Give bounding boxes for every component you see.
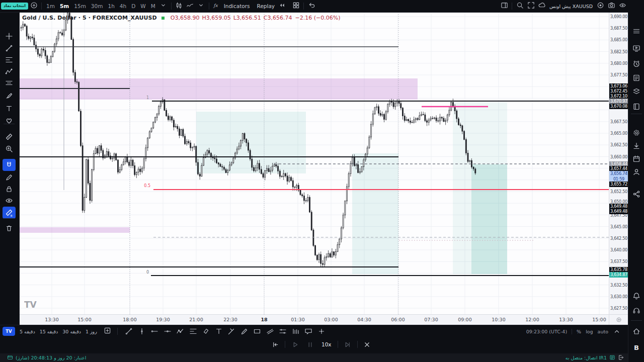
tool-brush[interactable] bbox=[3, 89, 16, 102]
tool-hide-drawings[interactable] bbox=[3, 195, 16, 207]
maximize-pane-button[interactable] bbox=[613, 327, 621, 335]
fav-tool-hline[interactable] bbox=[164, 327, 172, 335]
chart-style-dropdown[interactable] bbox=[196, 1, 207, 12]
sidebar-profile[interactable] bbox=[630, 166, 642, 178]
panel-toggle-button[interactable] bbox=[499, 1, 510, 12]
tool-xabcd-pattern[interactable] bbox=[3, 65, 16, 77]
replay-jump-to-bar[interactable] bbox=[270, 339, 281, 350]
interval-chip-2[interactable]: 30 دقیقه bbox=[62, 329, 81, 334]
replay-button[interactable]: Replay bbox=[256, 3, 277, 9]
clock-timezone[interactable]: 09:23:00 (UTC-4) bbox=[526, 329, 567, 334]
fav-tool-crossPlus[interactable] bbox=[317, 327, 326, 335]
fav-tool-pitchfork[interactable] bbox=[227, 327, 235, 335]
tool-prediction[interactable] bbox=[3, 77, 16, 89]
edit-intervals-button[interactable] bbox=[102, 326, 113, 337]
tool-text[interactable] bbox=[3, 103, 16, 115]
sidebar-object-tree[interactable] bbox=[630, 85, 642, 98]
replay-speed[interactable]: 10x bbox=[319, 341, 334, 347]
timeframe-W[interactable]: W bbox=[138, 0, 148, 12]
add-symbol-button[interactable] bbox=[28, 1, 39, 12]
timeframe-M[interactable]: M bbox=[148, 0, 158, 12]
layout-grid-button[interactable] bbox=[290, 1, 301, 12]
tool-fib-retracement[interactable] bbox=[3, 54, 16, 66]
tool-lock-drawings[interactable] bbox=[3, 183, 16, 195]
sidebar-home[interactable] bbox=[630, 325, 642, 337]
server-list-icon[interactable] bbox=[609, 354, 615, 361]
sidebar-watchlist[interactable] bbox=[630, 25, 642, 37]
interval-chip-0[interactable]: 5 دقیقه bbox=[20, 329, 35, 334]
tool-measure[interactable] bbox=[3, 207, 16, 219]
interval-chip-3[interactable]: 1 روز bbox=[86, 329, 97, 334]
sidebar-share[interactable] bbox=[630, 188, 642, 200]
watch-mode-button[interactable] bbox=[617, 1, 628, 12]
replay-rewind-button[interactable] bbox=[276, 1, 287, 12]
tool-zoom-in[interactable] bbox=[3, 143, 16, 155]
replay-close-replay[interactable] bbox=[362, 339, 373, 350]
timeframe-D[interactable]: D bbox=[129, 0, 138, 12]
time-axis[interactable]: 13:3015:0018:0019:3021:0022:301801:3003:… bbox=[19, 314, 609, 325]
symbol-search-button[interactable]: انتخاب نماد bbox=[1, 3, 28, 10]
tool-ruler[interactable] bbox=[3, 131, 16, 143]
fav-tool-rotrect[interactable] bbox=[202, 327, 210, 335]
sidebar-notes[interactable] bbox=[630, 72, 642, 84]
replay-play[interactable] bbox=[289, 339, 300, 350]
tradingview-logo-button[interactable]: TV bbox=[3, 327, 15, 336]
fav-tool-trend[interactable] bbox=[125, 327, 133, 335]
fav-tool-hray[interactable] bbox=[150, 327, 158, 335]
replay-pause[interactable] bbox=[304, 339, 315, 350]
timeframe-15m[interactable]: 15m bbox=[71, 0, 89, 12]
tool-crosshair[interactable] bbox=[3, 30, 16, 42]
sidebar-calendar[interactable] bbox=[630, 153, 642, 165]
quick-search-button[interactable] bbox=[514, 1, 525, 12]
timeframe-30m[interactable]: 30m bbox=[89, 0, 106, 12]
tool-emoji[interactable] bbox=[3, 115, 16, 127]
sidebar-screener[interactable] bbox=[630, 42, 642, 54]
fav-tool-polyline[interactable] bbox=[176, 327, 184, 335]
cloud-sync-button[interactable] bbox=[536, 1, 547, 12]
indicators-button[interactable]: ƒx bbox=[211, 1, 222, 12]
chart-style-line-button[interactable] bbox=[185, 1, 196, 12]
sidebar-sign-out[interactable] bbox=[630, 359, 642, 362]
interval-chip-1[interactable]: 15 دقیقه bbox=[40, 329, 58, 334]
fav-tool-flat[interactable] bbox=[279, 327, 287, 335]
timeframe-5m[interactable]: 5m bbox=[57, 0, 71, 12]
auto-scale-toggle[interactable]: auto bbox=[598, 329, 608, 334]
timeframe-4h[interactable]: 4h bbox=[117, 0, 129, 12]
tool-drawing-pencil[interactable] bbox=[3, 171, 16, 184]
sidebar-notifications-bell[interactable] bbox=[630, 290, 642, 302]
tool-trend-line[interactable] bbox=[3, 42, 16, 54]
tool-magnet[interactable] bbox=[3, 159, 16, 171]
fav-tool-barsPattern[interactable] bbox=[292, 327, 300, 335]
undo-button[interactable] bbox=[306, 1, 317, 12]
price-scale[interactable]: 3,690.003,687.503,685.003,682.503,680.00… bbox=[609, 12, 628, 314]
timeframe-1m[interactable]: 1m bbox=[44, 0, 57, 12]
sidebar-brand-b[interactable]: B bbox=[630, 341, 642, 353]
fav-tool-callout[interactable] bbox=[304, 327, 312, 335]
fav-tool-rectTool[interactable] bbox=[253, 327, 261, 335]
fav-tool-channel[interactable] bbox=[266, 327, 274, 335]
sidebar-export[interactable] bbox=[630, 140, 642, 152]
fav-tool-textT[interactable] bbox=[215, 327, 223, 335]
fav-tool-fib[interactable] bbox=[189, 327, 197, 335]
fav-tool-vline[interactable] bbox=[138, 327, 146, 335]
fullscreen-button[interactable] bbox=[525, 1, 536, 12]
chart-style-candles-button[interactable] bbox=[174, 1, 185, 12]
timeframe-1h[interactable]: 1h bbox=[105, 0, 117, 12]
timeframe-dropdown[interactable] bbox=[158, 1, 169, 12]
log-scale-toggle[interactable]: log bbox=[586, 329, 593, 334]
snapshot-button[interactable] bbox=[606, 1, 617, 12]
symbol-title[interactable]: Gold / U.S. Dollar · 5 · FOREXCOM_XAUUSD bbox=[22, 15, 157, 21]
sidebar-support-headset[interactable] bbox=[630, 304, 642, 316]
record-button[interactable] bbox=[595, 1, 606, 12]
indicators-label[interactable]: Indicators bbox=[222, 3, 252, 9]
price-scale-settings[interactable] bbox=[609, 314, 628, 325]
tool-remove-drawings[interactable] bbox=[3, 222, 16, 234]
percent-scale-toggle[interactable]: % bbox=[577, 329, 581, 334]
sidebar-journal[interactable] bbox=[630, 101, 642, 113]
replay-step-forward[interactable] bbox=[342, 339, 353, 350]
fav-tool-pen[interactable] bbox=[240, 327, 249, 335]
sidebar-settings[interactable] bbox=[630, 127, 642, 139]
disconnect-icon[interactable] bbox=[618, 354, 624, 361]
right-sidebar: B bbox=[628, 12, 644, 362]
sidebar-alerts-clock[interactable] bbox=[630, 58, 642, 70]
